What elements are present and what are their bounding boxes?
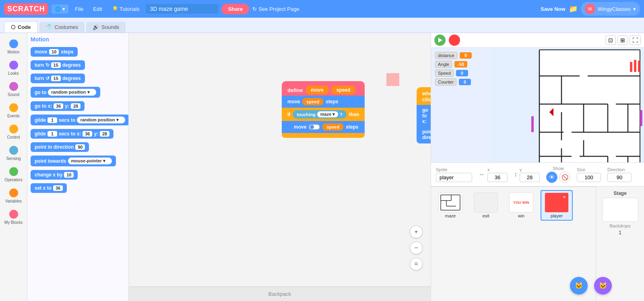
sprite-img-maze bbox=[438, 192, 462, 213]
sprite-label: Sprite bbox=[436, 167, 472, 172]
project-name-input[interactable] bbox=[146, 4, 218, 14]
inner-speed: speed bbox=[322, 123, 343, 131]
block-point-direction[interactable]: point in direction 90 bbox=[31, 141, 125, 153]
sprite-thumb-exit[interactable]: exit bbox=[470, 190, 502, 221]
tab-costumes[interactable]: 👕 Costumes bbox=[39, 22, 85, 33]
svg-marker-0 bbox=[438, 38, 442, 43]
when-clicked-label: when 🚩 clicked bbox=[422, 90, 431, 102]
event-block-group: when 🚩 clicked go to x: 36 y: 28 point i… bbox=[417, 87, 431, 143]
chevron-down-icon: ▾ bbox=[633, 6, 636, 12]
block-glide-random[interactable]: glide 1 secs to random position ▾ bbox=[31, 113, 125, 127]
block-glide-xy[interactable]: glide 1 secs to x: 36 y: 28 bbox=[31, 128, 125, 140]
scratch-logo[interactable]: SCRATCH bbox=[4, 3, 48, 15]
category-motion[interactable]: Motion bbox=[0, 36, 27, 57]
sprite-name-win: win bbox=[518, 213, 525, 218]
sound-icon: 🔊 bbox=[93, 24, 99, 30]
svg-text:🐱: 🐱 bbox=[599, 282, 607, 289]
save-now-button[interactable]: Save Now bbox=[541, 6, 565, 12]
show-hidden-button[interactable]: 🚫 bbox=[559, 172, 570, 183]
sprite-name-input[interactable] bbox=[436, 173, 472, 182]
add-sprite-button[interactable]: 🐱 bbox=[570, 277, 588, 295]
canvas-workspace[interactable]: define move speed move speed steps if to… bbox=[129, 33, 431, 287]
canvas-area: define move speed move speed steps if to… bbox=[129, 33, 431, 301]
y-input[interactable] bbox=[520, 173, 540, 182]
size-input[interactable] bbox=[577, 173, 601, 182]
zoom-in-button[interactable]: + bbox=[410, 225, 423, 238]
block-point-towards[interactable]: point towards mouse-pointer ▾ bbox=[31, 154, 125, 168]
larger-stage-button[interactable]: ⊞ bbox=[617, 35, 628, 45]
category-myblocks[interactable]: My Blocks bbox=[0, 207, 27, 228]
block-turn-cw[interactable]: turn ↻ 15 degrees bbox=[31, 59, 125, 71]
add-backdrop-button[interactable]: 🐱 bbox=[594, 277, 612, 295]
svg-rect-28 bbox=[439, 193, 462, 212]
block-goto-random[interactable]: go to random position ▾ bbox=[31, 86, 125, 99]
define-keyword: define bbox=[287, 87, 303, 93]
maze-dropdown[interactable]: maze ▾ bbox=[317, 111, 339, 117]
block-turn-ccw[interactable]: turn ↺ 15 degrees bbox=[31, 72, 125, 84]
tutorials-button[interactable]: 💡 Tutorials bbox=[109, 4, 143, 14]
share-button[interactable]: Share bbox=[221, 4, 249, 14]
smaller-stage-button[interactable]: ⊡ bbox=[605, 35, 616, 45]
block-move[interactable]: move 10 steps bbox=[31, 46, 125, 58]
refresh-icon: ↻ bbox=[252, 6, 257, 12]
block-list: Motion move 10 steps turn ↻ 15 degrees bbox=[27, 33, 128, 301]
category-sound[interactable]: Sound bbox=[0, 79, 27, 100]
stage-label: Stage bbox=[613, 190, 627, 196]
backpack-bar[interactable]: Backpack bbox=[129, 287, 431, 301]
category-operators[interactable]: Operators bbox=[0, 164, 27, 185]
if-keyword: if bbox=[287, 112, 290, 117]
block-goto-xy[interactable]: go to x: 36 y: 28 bbox=[31, 100, 125, 112]
stage-controls: ⊡ ⊞ ⛶ bbox=[431, 33, 644, 48]
category-looks[interactable]: Looks bbox=[0, 57, 27, 79]
touching-block: touching maze ▾ ? bbox=[293, 110, 347, 119]
svg-rect-2 bbox=[539, 50, 640, 162]
zoom-out-button[interactable]: − bbox=[410, 242, 423, 254]
sprite-thumb-maze[interactable]: maze bbox=[434, 190, 466, 221]
block-change-x[interactable]: change x by 10 bbox=[31, 169, 125, 181]
red-stop-button[interactable] bbox=[449, 35, 460, 46]
show-visible-button[interactable]: 👁 bbox=[546, 172, 557, 183]
delete-sprite-button[interactable]: ✕ bbox=[561, 194, 568, 200]
blocks-panel: Motion Looks Sound Events Control bbox=[0, 33, 129, 301]
category-variables[interactable]: Variables bbox=[0, 185, 27, 207]
stage-area: distance 0 Angle -50 Speed 0 Counter 0 bbox=[431, 48, 644, 162]
variables-overlay: distance 0 Angle -50 Speed 0 Counter 0 bbox=[435, 52, 472, 86]
x-input[interactable] bbox=[487, 173, 508, 182]
tab-code[interactable]: ⬡ Code bbox=[4, 21, 38, 33]
var-distance: distance 0 bbox=[435, 52, 472, 59]
right-panel: ⊡ ⊞ ⛶ distance 0 Angle -50 Speed 0 bbox=[431, 33, 644, 301]
block-set-x[interactable]: set x to 36 bbox=[31, 182, 125, 194]
svg-rect-23 bbox=[640, 110, 642, 126]
see-project-button[interactable]: ↻ See Project Page bbox=[252, 6, 299, 12]
file-menu[interactable]: File bbox=[72, 4, 87, 14]
edit-menu[interactable]: Edit bbox=[90, 4, 105, 14]
direction-input[interactable] bbox=[607, 173, 632, 182]
define-param: speed bbox=[332, 86, 355, 94]
var-angle: Angle -50 bbox=[435, 61, 472, 68]
svg-rect-25 bbox=[634, 60, 636, 72]
costume-icon: 👕 bbox=[46, 24, 52, 30]
green-flag-button[interactable] bbox=[434, 35, 446, 46]
speed-reporter: speed bbox=[302, 98, 323, 105]
svg-rect-22 bbox=[531, 116, 534, 132]
category-sensing[interactable]: Sensing bbox=[0, 143, 27, 164]
sprite-info-bar: Sprite ↔ x ↕ y Show 👁 bbox=[431, 162, 644, 186]
sprite-thumb-win[interactable]: YOU WIN win bbox=[505, 190, 537, 221]
category-control[interactable]: Control bbox=[0, 121, 27, 143]
globe-button[interactable]: 🌐 ▾ bbox=[52, 4, 69, 14]
inner-move: move bbox=[294, 124, 306, 130]
zoom-reset-button[interactable]: = bbox=[410, 258, 423, 270]
svg-rect-26 bbox=[638, 61, 640, 72]
show-label: Show bbox=[553, 166, 564, 171]
fullscreen-button[interactable]: ⛶ bbox=[630, 35, 641, 45]
stage-thumbnail[interactable] bbox=[602, 198, 638, 222]
sprite-thumb-player[interactable]: ✕ player bbox=[541, 190, 573, 221]
move-keyword: move bbox=[287, 99, 300, 104]
tab-sounds[interactable]: 🔊 Sounds bbox=[86, 22, 126, 33]
sprite-preview-canvas bbox=[386, 73, 399, 86]
category-events[interactable]: Events bbox=[0, 100, 27, 121]
motion-title: Motion bbox=[31, 36, 125, 43]
folder-icon[interactable]: 📁 bbox=[569, 4, 578, 13]
user-badge[interactable]: W WingyClasses ▾ bbox=[581, 2, 640, 16]
then-keyword: then bbox=[349, 112, 359, 117]
